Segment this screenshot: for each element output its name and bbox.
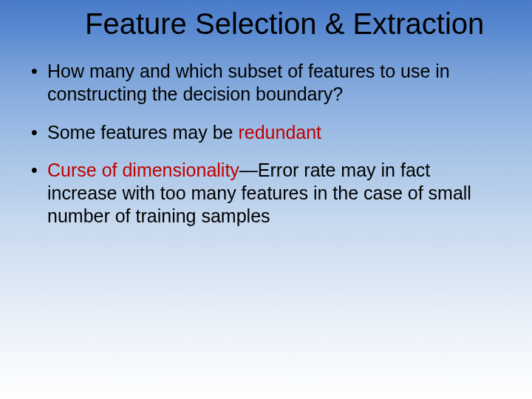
bullet-dot-icon: •	[30, 159, 47, 182]
bullet-pre: Some features may be	[47, 122, 238, 143]
bullet-text: How many and which subset of features to…	[47, 60, 502, 106]
bullet-dot-icon: •	[30, 121, 47, 144]
bullet-dot-icon: •	[30, 60, 47, 83]
slide-body: • How many and which subset of features …	[0, 41, 532, 228]
bullet-pre: How many and which subset of features to…	[47, 61, 450, 104]
bullet-text: Some features may be redundant	[47, 121, 502, 144]
slide-title: Feature Selection & Extraction	[0, 0, 532, 41]
slide: Feature Selection & Extraction • How man…	[0, 0, 532, 399]
bullet-text: Curse of dimensionality—Error rate may i…	[47, 159, 502, 228]
bullet-red: redundant	[238, 122, 321, 143]
bullet-item: • Curse of dimensionality—Error rate may…	[30, 159, 502, 228]
bullet-item: • How many and which subset of features …	[30, 60, 502, 106]
bullet-red: Curse of dimensionality	[47, 160, 239, 180]
bullet-item: • Some features may be redundant	[30, 121, 502, 144]
